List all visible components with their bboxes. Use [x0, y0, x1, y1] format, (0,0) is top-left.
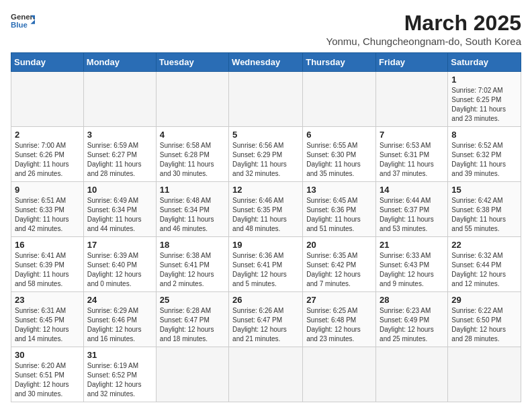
svg-text:General: General — [11, 13, 35, 21]
calendar-cell: 7Sunrise: 6:53 AM Sunset: 6:31 PM Daylig… — [376, 127, 448, 182]
weekday-header-tuesday: Tuesday — [156, 53, 228, 72]
calendar-week-row: 1Sunrise: 7:02 AM Sunset: 6:25 PM Daylig… — [11, 72, 521, 127]
day-number: 8 — [451, 130, 517, 140]
day-number: 19 — [232, 240, 299, 250]
day-info: Sunrise: 6:28 AM Sunset: 6:47 PM Dayligh… — [160, 306, 225, 344]
day-info: Sunrise: 6:52 AM Sunset: 6:32 PM Dayligh… — [451, 141, 517, 179]
day-info: Sunrise: 6:36 AM Sunset: 6:41 PM Dayligh… — [232, 251, 299, 289]
day-number: 4 — [160, 130, 225, 140]
day-number: 13 — [306, 185, 372, 195]
weekday-header-monday: Monday — [83, 53, 156, 72]
calendar-cell — [83, 72, 156, 127]
day-info: Sunrise: 6:48 AM Sunset: 6:34 PM Dayligh… — [160, 196, 225, 234]
day-number: 23 — [15, 295, 80, 305]
day-info: Sunrise: 6:22 AM Sunset: 6:50 PM Dayligh… — [451, 306, 517, 344]
page-header: General Blue March 2025 Yonmu, Chungcheo… — [11, 11, 521, 47]
day-info: Sunrise: 6:58 AM Sunset: 6:28 PM Dayligh… — [160, 141, 225, 179]
calendar-cell: 9Sunrise: 6:51 AM Sunset: 6:33 PM Daylig… — [11, 182, 84, 237]
calendar-cell: 18Sunrise: 6:38 AM Sunset: 6:41 PM Dayli… — [156, 237, 228, 292]
day-info: Sunrise: 6:23 AM Sunset: 6:49 PM Dayligh… — [380, 306, 444, 344]
day-info: Sunrise: 6:41 AM Sunset: 6:39 PM Dayligh… — [15, 251, 80, 289]
calendar-cell: 29Sunrise: 6:22 AM Sunset: 6:50 PM Dayli… — [448, 292, 521, 347]
calendar-cell — [448, 347, 521, 402]
day-info: Sunrise: 6:20 AM Sunset: 6:51 PM Dayligh… — [15, 361, 80, 399]
calendar-cell: 16Sunrise: 6:41 AM Sunset: 6:39 PM Dayli… — [11, 237, 84, 292]
calendar-week-row: 30Sunrise: 6:20 AM Sunset: 6:51 PM Dayli… — [11, 347, 521, 402]
weekday-header-friday: Friday — [376, 53, 448, 72]
day-number: 12 — [232, 185, 299, 195]
day-info: Sunrise: 6:53 AM Sunset: 6:31 PM Dayligh… — [380, 141, 444, 179]
day-info: Sunrise: 7:00 AM Sunset: 6:26 PM Dayligh… — [15, 141, 80, 179]
day-number: 18 — [160, 240, 225, 250]
calendar-cell — [303, 72, 376, 127]
day-number: 22 — [451, 240, 517, 250]
day-number: 17 — [87, 240, 152, 250]
weekday-header-saturday: Saturday — [448, 53, 521, 72]
calendar-cell: 3Sunrise: 6:59 AM Sunset: 6:27 PM Daylig… — [83, 127, 156, 182]
calendar-week-row: 9Sunrise: 6:51 AM Sunset: 6:33 PM Daylig… — [11, 182, 521, 237]
calendar-cell — [303, 347, 376, 402]
day-info: Sunrise: 6:38 AM Sunset: 6:41 PM Dayligh… — [160, 251, 225, 289]
day-number: 10 — [87, 185, 152, 195]
weekday-header-sunday: Sunday — [11, 53, 84, 72]
day-number: 6 — [306, 130, 372, 140]
day-info: Sunrise: 6:32 AM Sunset: 6:44 PM Dayligh… — [451, 251, 517, 289]
day-info: Sunrise: 6:26 AM Sunset: 6:47 PM Dayligh… — [232, 306, 299, 344]
day-info: Sunrise: 6:51 AM Sunset: 6:33 PM Dayligh… — [15, 196, 80, 234]
day-number: 24 — [87, 295, 152, 305]
day-number: 2 — [15, 130, 80, 140]
calendar-table: SundayMondayTuesdayWednesdayThursdayFrid… — [11, 52, 521, 402]
calendar-cell: 12Sunrise: 6:46 AM Sunset: 6:35 PM Dayli… — [229, 182, 303, 237]
weekday-header-row: SundayMondayTuesdayWednesdayThursdayFrid… — [11, 53, 521, 72]
logo: General Blue — [11, 11, 35, 30]
day-info: Sunrise: 6:25 AM Sunset: 6:48 PM Dayligh… — [306, 306, 372, 344]
calendar-cell: 8Sunrise: 6:52 AM Sunset: 6:32 PM Daylig… — [448, 127, 521, 182]
logo-icon: General Blue — [11, 11, 35, 30]
day-number: 26 — [232, 295, 299, 305]
day-info: Sunrise: 6:49 AM Sunset: 6:34 PM Dayligh… — [87, 196, 152, 234]
day-number: 5 — [232, 130, 299, 140]
day-number: 29 — [451, 295, 517, 305]
calendar-cell: 2Sunrise: 7:00 AM Sunset: 6:26 PM Daylig… — [11, 127, 84, 182]
day-number: 3 — [87, 130, 152, 140]
calendar-cell: 1Sunrise: 7:02 AM Sunset: 6:25 PM Daylig… — [448, 72, 521, 127]
weekday-header-wednesday: Wednesday — [229, 53, 303, 72]
day-number: 20 — [306, 240, 372, 250]
day-number: 9 — [15, 185, 80, 195]
calendar-cell: 30Sunrise: 6:20 AM Sunset: 6:51 PM Dayli… — [11, 347, 84, 402]
calendar-week-row: 16Sunrise: 6:41 AM Sunset: 6:39 PM Dayli… — [11, 237, 521, 292]
day-info: Sunrise: 6:19 AM Sunset: 6:52 PM Dayligh… — [87, 361, 152, 399]
calendar-cell — [376, 72, 448, 127]
day-info: Sunrise: 7:02 AM Sunset: 6:25 PM Dayligh… — [451, 86, 517, 124]
day-info: Sunrise: 6:45 AM Sunset: 6:36 PM Dayligh… — [306, 196, 372, 234]
calendar-cell: 28Sunrise: 6:23 AM Sunset: 6:49 PM Dayli… — [376, 292, 448, 347]
day-number: 31 — [87, 350, 152, 360]
day-number: 7 — [380, 130, 444, 140]
calendar-cell: 10Sunrise: 6:49 AM Sunset: 6:34 PM Dayli… — [83, 182, 156, 237]
calendar-cell: 13Sunrise: 6:45 AM Sunset: 6:36 PM Dayli… — [303, 182, 376, 237]
calendar-cell: 24Sunrise: 6:29 AM Sunset: 6:46 PM Dayli… — [83, 292, 156, 347]
calendar-cell: 25Sunrise: 6:28 AM Sunset: 6:47 PM Dayli… — [156, 292, 228, 347]
day-info: Sunrise: 6:35 AM Sunset: 6:42 PM Dayligh… — [306, 251, 372, 289]
day-info: Sunrise: 6:31 AM Sunset: 6:45 PM Dayligh… — [15, 306, 80, 344]
calendar-cell — [229, 347, 303, 402]
title-block: March 2025 Yonmu, Chungcheongnam-do, Sou… — [326, 11, 522, 47]
day-number: 1 — [451, 75, 517, 85]
day-number: 30 — [15, 350, 80, 360]
day-number: 15 — [451, 185, 517, 195]
calendar-cell: 23Sunrise: 6:31 AM Sunset: 6:45 PM Dayli… — [11, 292, 84, 347]
day-info: Sunrise: 6:56 AM Sunset: 6:29 PM Dayligh… — [232, 141, 299, 179]
calendar-cell — [156, 72, 228, 127]
calendar-cell: 15Sunrise: 6:42 AM Sunset: 6:38 PM Dayli… — [448, 182, 521, 237]
calendar-cell: 19Sunrise: 6:36 AM Sunset: 6:41 PM Dayli… — [229, 237, 303, 292]
day-number: 14 — [380, 185, 444, 195]
day-number: 16 — [15, 240, 80, 250]
day-number: 27 — [306, 295, 372, 305]
calendar-cell: 4Sunrise: 6:58 AM Sunset: 6:28 PM Daylig… — [156, 127, 228, 182]
calendar-cell: 17Sunrise: 6:39 AM Sunset: 6:40 PM Dayli… — [83, 237, 156, 292]
calendar-week-row: 23Sunrise: 6:31 AM Sunset: 6:45 PM Dayli… — [11, 292, 521, 347]
calendar-cell — [229, 72, 303, 127]
day-info: Sunrise: 6:33 AM Sunset: 6:43 PM Dayligh… — [380, 251, 444, 289]
day-number: 28 — [380, 295, 444, 305]
month-year-title: March 2025 — [326, 11, 522, 36]
